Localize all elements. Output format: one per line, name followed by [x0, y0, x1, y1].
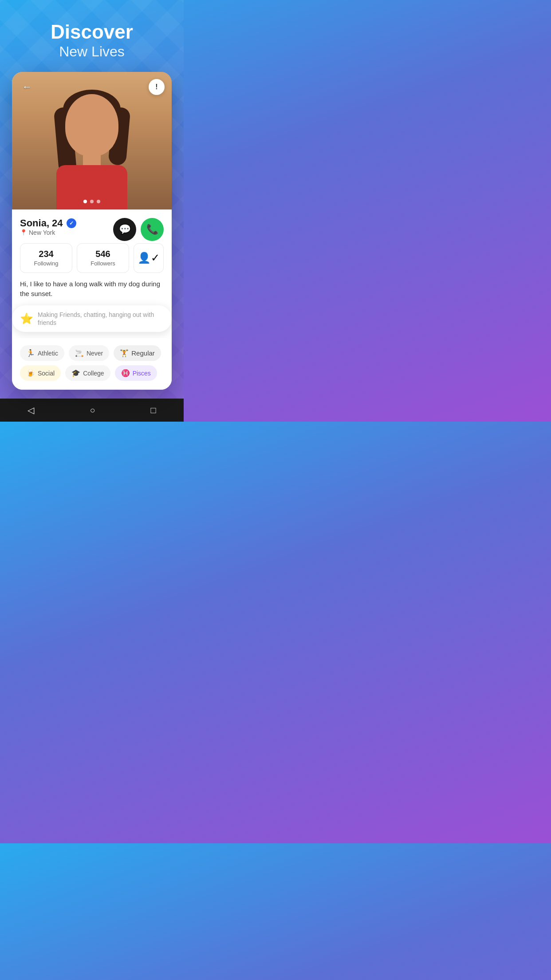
followers-label: Followers	[91, 260, 115, 267]
header: Discover New Lives	[42, 0, 142, 72]
nav-home-button[interactable]: ○	[81, 401, 104, 420]
back-arrow-icon: ←	[22, 81, 32, 93]
bottom-section: ◁ ○ □	[0, 399, 184, 422]
chat-icon: 💬	[119, 224, 131, 235]
page-wrapper: Discover New Lives	[0, 0, 184, 422]
card-wrapper: ← ! Sonia, 24	[0, 72, 184, 390]
report-icon: !	[155, 83, 157, 91]
profile-header-row: Sonia, 24 ✓ 📍 New York 💬	[20, 217, 164, 241]
stats-row: 234 Following 546 Followers 👤✓	[20, 243, 164, 273]
profile-name-row: Sonia, 24 ✓	[20, 217, 76, 229]
pisces-icon: ♓	[121, 369, 130, 377]
location-icon: 📍	[20, 229, 27, 236]
bottom-nav: ◁ ○ □	[0, 399, 184, 422]
tag-pisces[interactable]: ♓ Pisces	[115, 365, 157, 381]
person-face	[65, 94, 118, 156]
interest-bar: ⭐ Making Friends, chatting, hanging out …	[12, 305, 172, 332]
social-label: Social	[38, 370, 55, 377]
profile-name-section: Sonia, 24 ✓ 📍 New York	[20, 217, 76, 241]
following-label: Following	[34, 260, 59, 267]
dot-2	[90, 200, 94, 203]
location-row: 📍 New York	[20, 229, 76, 236]
tag-college[interactable]: 🎓 College	[65, 365, 110, 381]
bio-text: Hi, I like to have a long walk with my d…	[20, 279, 164, 299]
tags-section: 🏃 Athletic 🚬 Never 🏋️ Regular 🍺 Social 🎓	[12, 338, 172, 390]
page-subtitle: New Lives	[51, 43, 133, 61]
dot-1	[83, 200, 87, 203]
never-label: Never	[87, 350, 103, 357]
person-figure	[47, 85, 136, 209]
pagination-dots	[83, 200, 100, 203]
tag-athletic[interactable]: 🏃 Athletic	[20, 345, 64, 361]
action-buttons: 💬 📞	[113, 218, 164, 241]
nav-back-button[interactable]: ◁	[19, 400, 43, 420]
profile-info: Sonia, 24 ✓ 📍 New York 💬	[12, 209, 172, 338]
regular-icon: 🏋️	[120, 349, 129, 357]
location-text: New York	[29, 229, 55, 236]
regular-label: Regular	[131, 349, 155, 357]
nav-recent-button[interactable]: □	[142, 401, 165, 420]
tag-social[interactable]: 🍺 Social	[20, 365, 61, 381]
followers-count: 546	[83, 249, 123, 259]
dot-3	[97, 200, 100, 203]
athletic-label: Athletic	[38, 350, 58, 357]
tag-never[interactable]: 🚬 Never	[69, 345, 109, 361]
report-button[interactable]: !	[149, 79, 165, 95]
verified-check-icon: ✓	[69, 220, 74, 226]
profile-image-area: ← !	[12, 72, 172, 209]
verified-badge: ✓	[67, 218, 76, 228]
social-icon: 🍺	[26, 369, 35, 377]
page-title: Discover	[51, 21, 133, 43]
follow-button[interactable]: 👤✓	[134, 243, 164, 273]
call-icon: 📞	[146, 224, 158, 235]
pisces-label: Pisces	[133, 370, 151, 377]
follow-person-icon: 👤✓	[138, 252, 160, 264]
following-stat[interactable]: 234 Following	[20, 243, 72, 273]
athletic-icon: 🏃	[26, 349, 35, 357]
chat-button[interactable]: 💬	[113, 218, 136, 241]
college-icon: 🎓	[71, 369, 80, 377]
interest-text: Making Friends, chatting, hanging out wi…	[38, 311, 164, 327]
college-label: College	[83, 370, 104, 377]
profile-photo	[12, 72, 172, 209]
profile-name: Sonia, 24	[20, 217, 63, 229]
following-count: 234	[26, 249, 67, 259]
star-icon: ⭐	[20, 312, 33, 325]
never-icon: 🚬	[75, 349, 84, 357]
profile-card: ← ! Sonia, 24	[12, 72, 172, 390]
back-button[interactable]: ←	[19, 79, 35, 95]
followers-stat[interactable]: 546 Followers	[77, 243, 129, 273]
call-button[interactable]: 📞	[141, 218, 164, 241]
tag-regular[interactable]: 🏋️ Regular	[114, 345, 161, 361]
